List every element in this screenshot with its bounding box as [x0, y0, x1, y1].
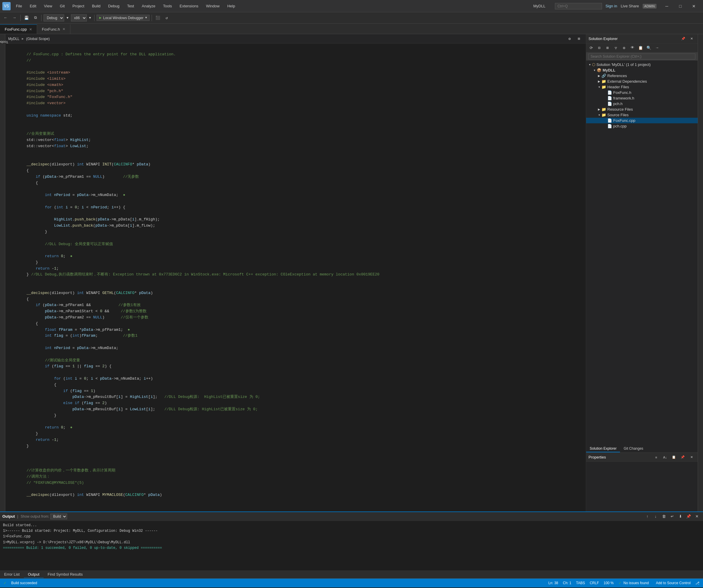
se-tab-solution-explorer[interactable]: Solution Explorer [586, 445, 620, 452]
tree-item-frameworkh[interactable]: ▶ 📄 framework.h [586, 95, 698, 101]
tree-label: Source Files [607, 113, 629, 117]
tree-item-resource-files[interactable]: ▶ 📁 Resource Files [586, 106, 698, 112]
platform-dropdown[interactable]: x86 [71, 14, 87, 21]
tab-output[interactable]: Output [24, 571, 44, 578]
tab-label: FoxFunc.h [42, 27, 60, 31]
debugger-dropdown[interactable]: ▶ Local Windows Debugger ▼ [96, 15, 150, 21]
menu-build[interactable]: Build [88, 3, 104, 9]
editor-split[interactable]: ⊞ [575, 35, 583, 43]
se-close[interactable]: ✕ [688, 35, 695, 43]
se-tab-git-changes[interactable]: Git Changes [620, 445, 647, 452]
status-ln[interactable]: Ln: 38 [548, 581, 558, 585]
config-dropdown[interactable]: Debug [44, 14, 64, 21]
menu-git[interactable]: Git [56, 3, 68, 9]
se-properties[interactable]: 📋 [637, 44, 644, 52]
tab-close[interactable]: ✕ [29, 27, 32, 31]
tree-item-references[interactable]: ▶ 🔗 References [586, 73, 698, 79]
signin-link[interactable]: Sign in [606, 4, 617, 8]
se-sync[interactable]: ⟳ [587, 44, 595, 52]
tab-foxfunc-h[interactable]: FoxFunc.h ✕ [37, 24, 70, 34]
status-indent[interactable]: TABS [576, 581, 585, 585]
tree-label: pch.cpp [613, 124, 627, 128]
live-share-btn[interactable]: Live Share [621, 4, 639, 8]
se-collapse[interactable]: ⊟ [596, 44, 603, 52]
op-prev[interactable]: ↑ [643, 513, 651, 520]
se-search-input[interactable] [589, 54, 695, 60]
close-button[interactable]: ✕ [687, 0, 701, 12]
toolbar-stop[interactable]: ⬛ [154, 14, 162, 22]
menu-edit[interactable]: Edit [26, 3, 40, 9]
folder-icon: 📁 [602, 85, 606, 89]
menu-analyze[interactable]: Analyze [138, 3, 159, 9]
menu-tools[interactable]: Tools [160, 3, 175, 9]
se-dock[interactable]: 📌 [680, 35, 687, 43]
maximize-button[interactable]: □ [674, 0, 687, 12]
tab-error-list[interactable]: Error List [0, 571, 24, 578]
op-next[interactable]: ↓ [652, 513, 659, 520]
menu-project[interactable]: Project [69, 3, 88, 9]
op-clear[interactable]: 🗑 [660, 513, 668, 520]
se-preview[interactable]: 🔍 [645, 44, 653, 52]
status-zoom[interactable]: 100 % [604, 581, 614, 585]
op-auto-scroll[interactable]: ⬇ [677, 513, 684, 520]
menu-help[interactable]: Help [224, 3, 239, 9]
toolbar-save-all[interactable]: ⧉ [31, 14, 39, 22]
pp-alphabetical[interactable]: A↓ [661, 453, 669, 461]
menu-window[interactable]: Window [203, 3, 223, 9]
pp-dock[interactable]: 📌 [679, 453, 687, 461]
se-expand[interactable]: → [653, 44, 661, 52]
menu-debug[interactable]: Debug [104, 3, 123, 9]
op-source-label: Show output from: [21, 514, 49, 518]
pp-close[interactable]: ✕ [688, 453, 695, 461]
menu-file[interactable]: File [12, 3, 26, 9]
minimize-button[interactable]: ─ [660, 0, 674, 12]
toolbar-save[interactable]: 💾 [23, 14, 30, 22]
tab-foxfunc-cpp[interactable]: FoxFunc.cpp ✕ [0, 24, 37, 34]
pp-properties[interactable]: 📋 [670, 453, 678, 461]
tree-item-foxfunch[interactable]: ▶ 📄 FoxFunc.h [586, 90, 698, 95]
add-to-source-control[interactable]: Add to Source Control [656, 581, 691, 585]
tree-item-source-files[interactable]: ▾ 📁 Source Files [586, 112, 698, 118]
tree-item-mydll[interactable]: ▾ 📦 MyDLL [586, 67, 698, 73]
tree-item-header-files[interactable]: ▾ 📁 Header Files [586, 84, 698, 90]
tree-item-foxfunccpp[interactable]: ▶ 📄 FoxFunc.cpp [586, 118, 698, 123]
op-content: Build started... 1>------ Build started:… [0, 521, 703, 553]
status-right: Ln: 38 Ch: 1 TABS CRLF 100 % ✓ No issues… [548, 581, 699, 585]
menu-test[interactable]: Test [124, 3, 138, 9]
toolbar-restart[interactable]: ↺ [163, 14, 170, 22]
solution-icon: ⬡ [592, 62, 595, 67]
op-wrap[interactable]: ↵ [668, 513, 676, 520]
pp-categorized[interactable]: ≡ [652, 453, 660, 461]
pp-actions: ≡ A↓ 📋 📌 ✕ [652, 453, 695, 461]
cpp-icon: 📄 [607, 118, 612, 123]
header-icon: 📄 [607, 90, 612, 95]
tab-close[interactable]: ✕ [62, 27, 65, 31]
op-dock[interactable]: 📌 [685, 513, 692, 520]
status-ch[interactable]: Ch: 1 [563, 581, 571, 585]
editor-settings[interactable]: ⚙ [566, 35, 573, 43]
output-line-3: 1>FoxFunc.cpp [3, 534, 700, 539]
op-close[interactable]: ✕ [693, 513, 701, 520]
se-show-all[interactable]: ⊞ [604, 44, 612, 52]
tree-item-external-deps[interactable]: ▶ 📁 External Dependencies [586, 79, 698, 84]
folder-icon: 📁 [602, 113, 606, 117]
toolbar-forward[interactable]: → [11, 14, 18, 22]
git-icon: ⎇ [695, 581, 699, 585]
breadcrumb-sep: ▶ [22, 37, 24, 40]
code-editor[interactable]: // FoxFunc.cpp : Defines the entry point… [5, 44, 586, 511]
code-lines[interactable]: // FoxFunc.cpp : Defines the entry point… [23, 44, 586, 511]
tree-item-pchh[interactable]: ▶ 📄 pch.h [586, 101, 698, 106]
status-encoding[interactable]: CRLF [590, 581, 599, 585]
title-search[interactable] [555, 3, 602, 9]
menu-view[interactable]: View [40, 3, 56, 9]
toolbar-back[interactable]: ← [2, 14, 9, 22]
se-settings[interactable]: ⚙ [620, 44, 628, 52]
op-source-select[interactable]: Build [50, 514, 67, 519]
tree-item-solution[interactable]: ▾ ⬡ Solution 'MyDLL' (1 of 1 project) [586, 62, 698, 67]
title-bar: VS File Edit View Git Project Build Debu… [0, 0, 703, 12]
tab-find-symbol[interactable]: Find Symbol Results [44, 571, 87, 578]
tree-item-pchcpp[interactable]: ▶ 📄 pch.cpp [586, 123, 698, 129]
se-filter[interactable]: ▽ [612, 44, 620, 52]
se-view[interactable]: 👁 [629, 44, 636, 52]
menu-extensions[interactable]: Extensions [176, 3, 202, 9]
